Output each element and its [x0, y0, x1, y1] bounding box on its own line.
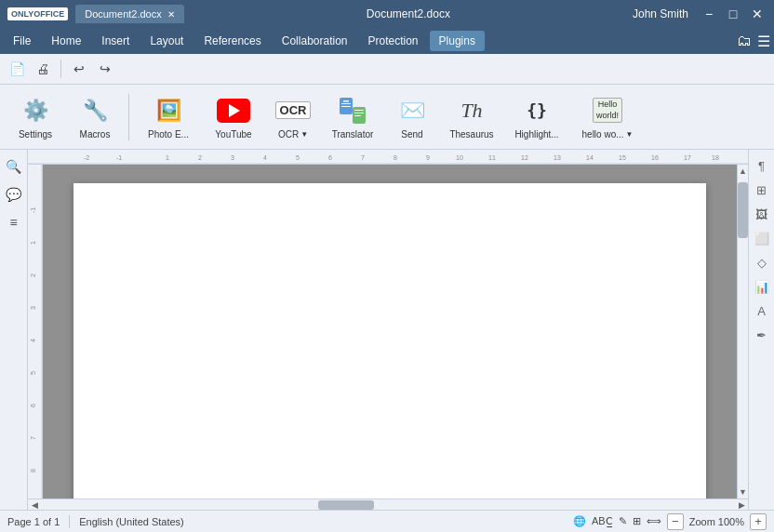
svg-rect-8 [28, 150, 748, 165]
shape-settings-icon[interactable]: ⬜ [752, 228, 772, 248]
table-settings-icon[interactable]: ⊞ [752, 180, 772, 200]
redo-button[interactable]: ↪ [94, 58, 116, 80]
status-separator-1 [69, 515, 70, 528]
ocr-icon: OCR [276, 94, 310, 127]
text-art-icon[interactable]: A [752, 300, 772, 321]
translator-icon [336, 94, 369, 127]
scroll-thumb-horizontal[interactable] [318, 500, 374, 510]
translator-plugin-button[interactable]: Translator [325, 90, 380, 144]
svg-text:8: 8 [394, 154, 397, 161]
svg-text:14: 14 [586, 154, 594, 161]
menu-references[interactable]: References [194, 31, 270, 51]
undo-button[interactable]: ↩ [68, 58, 90, 80]
thesaurus-icon: Th [455, 94, 488, 127]
highlight-label: Highlight... [514, 129, 558, 140]
scroll-track-vertical[interactable] [738, 178, 748, 485]
menu-collaboration[interactable]: Collaboration [273, 31, 357, 51]
svg-text:11: 11 [488, 154, 496, 161]
toolbar-row: 📄 🖨 ↩ ↪ [0, 54, 774, 84]
settings-label: Settings [19, 129, 52, 140]
send-label: Send [401, 129, 422, 140]
sidebar-list-icon[interactable]: ≡ [3, 211, 25, 233]
svg-text:16: 16 [651, 154, 659, 161]
print-button[interactable]: 🖨 [32, 58, 54, 80]
scroll-up-arrow[interactable]: ▲ [738, 165, 748, 178]
track-changes-icon[interactable]: ✎ [619, 515, 627, 527]
menu-file[interactable]: File [4, 31, 40, 51]
svg-text:7: 7 [361, 154, 365, 161]
minimize-button[interactable]: − [700, 7, 718, 21]
left-sidebar: 🔍 💬 ≡ [0, 150, 28, 510]
scroll-left-arrow[interactable]: ◀ [28, 500, 41, 510]
vertical-ruler: -1 1 2 3 4 5 6 7 8 [28, 165, 43, 499]
menu-plugins[interactable]: Plugins [430, 31, 485, 51]
paragraph-settings-icon[interactable]: ¶ [752, 155, 772, 176]
svg-text:10: 10 [456, 154, 463, 161]
tab-close-icon[interactable]: ✕ [167, 9, 175, 20]
spell-check-abc-icon[interactable]: ABC̲ [592, 515, 613, 527]
status-right: 🌐 ABC̲ ✎ ⊞ ⟺ − Zoom 100% + [573, 513, 767, 530]
fit-width-icon[interactable]: ⟺ [647, 515, 661, 527]
menu-home[interactable]: Home [42, 31, 90, 51]
ocr-plugin-button[interactable]: OCR OCR▼ [265, 90, 321, 144]
scroll-thumb-vertical[interactable] [738, 182, 748, 238]
menu-insert[interactable]: Insert [92, 31, 139, 51]
title-bar: ONLYOFFICE Document2.docx ✕ Document2.do… [0, 0, 774, 28]
menu-layout[interactable]: Layout [140, 31, 193, 51]
open-folder-icon[interactable]: 🗂 [737, 33, 752, 49]
svg-text:-2: -2 [84, 154, 89, 161]
svg-rect-2 [341, 103, 351, 104]
app-logo: ONLYOFFICE [7, 7, 68, 20]
svg-text:6: 6 [328, 154, 332, 161]
send-plugin-button[interactable]: ✉️ Send [384, 90, 440, 144]
document-page[interactable] [73, 183, 706, 499]
image-settings-icon[interactable]: 🖼 [752, 204, 772, 224]
document-canvas[interactable] [43, 165, 737, 499]
status-bar: Page 1 of 1 English (United States) 🌐 AB… [0, 510, 774, 532]
content-area: -2 -1 1 2 3 4 5 6 7 8 9 10 11 12 13 14 1 [28, 150, 748, 510]
close-button[interactable]: ✕ [748, 7, 767, 21]
zoom-in-button[interactable]: + [750, 513, 767, 530]
zoom-out-button[interactable]: − [667, 513, 684, 530]
menu-protection[interactable]: Protection [359, 31, 428, 51]
hamburger-menu-icon[interactable]: ☰ [757, 33, 770, 50]
sidebar-search-icon[interactable]: 🔍 [3, 155, 25, 178]
sidebar-comment-icon[interactable]: 💬 [3, 183, 25, 206]
objects-icon[interactable]: ◇ [752, 252, 772, 273]
photo-editor-button[interactable]: 🖼️ Photo E... [135, 90, 202, 144]
horizontal-scrollbar[interactable]: ◀ ▶ [28, 499, 748, 510]
fit-page-icon[interactable]: ⊞ [633, 515, 641, 527]
document-tab[interactable]: Document2.docx ✕ [75, 5, 184, 23]
youtube-plugin-button[interactable]: YouTube [206, 90, 261, 144]
settings-plugin-button[interactable]: ⚙️ Settings [7, 90, 63, 144]
svg-text:1: 1 [166, 154, 169, 161]
scroll-down-arrow[interactable]: ▼ [738, 485, 748, 499]
hello-world-plugin-button[interactable]: Helloworld! hello wo...▼ [574, 90, 641, 144]
vertical-scrollbar[interactable]: ▲ ▼ [737, 165, 748, 499]
user-name: John Smith [633, 7, 688, 20]
translator-label: Translator [332, 129, 374, 140]
thesaurus-plugin-button[interactable]: Th Thesaurus [444, 90, 500, 144]
menu-right: 🗂 ☰ [737, 33, 770, 50]
maximize-button[interactable]: □ [724, 7, 742, 21]
settings-icon: ⚙️ [19, 94, 52, 127]
scroll-track-horizontal[interactable] [41, 499, 735, 510]
svg-rect-7 [354, 115, 361, 116]
right-sidebar: ¶ ⊞ 🖼 ⬜ ◇ 📊 A ✒ [748, 150, 774, 510]
chart-settings-icon[interactable]: 📊 [752, 276, 772, 297]
highlight-plugin-button[interactable]: {} Highlight... [503, 90, 570, 144]
svg-rect-3 [341, 106, 351, 107]
hello-world-label: hello wo...▼ [582, 129, 634, 140]
new-file-button[interactable]: 📄 [6, 58, 28, 80]
scroll-right-arrow[interactable]: ▶ [735, 500, 748, 510]
hello-world-icon: Helloworld! [591, 94, 624, 127]
svg-text:17: 17 [684, 154, 691, 161]
main-area: 🔍 💬 ≡ -2 -1 1 2 3 4 5 6 7 8 [0, 150, 774, 510]
page-info: Page 1 of 1 [7, 516, 60, 527]
svg-rect-5 [354, 110, 364, 111]
spell-check-icon[interactable]: 🌐 [573, 515, 586, 527]
hello-dropdown-arrow: ▼ [626, 130, 634, 140]
signature-icon[interactable]: ✒ [752, 325, 772, 345]
macros-plugin-button[interactable]: 🔧 Macros [67, 90, 123, 144]
plugin-separator-1 [128, 94, 129, 140]
